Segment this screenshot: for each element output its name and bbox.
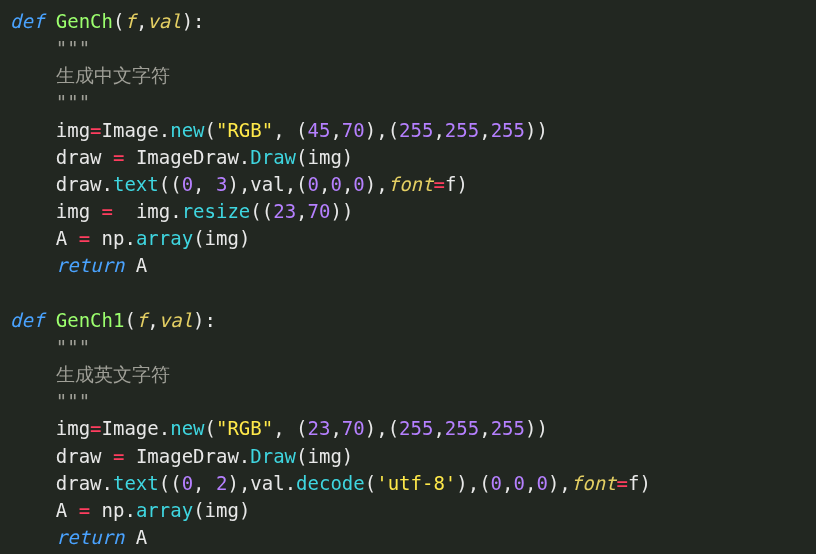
docstring: 生成中文字符 xyxy=(56,64,170,86)
param: f xyxy=(124,10,135,32)
keyword-def: def xyxy=(10,10,44,32)
docstring-quote: """ xyxy=(56,37,90,59)
docstring-quote: """ xyxy=(56,91,90,113)
param: val xyxy=(159,309,193,331)
docstring: 生成英文字符 xyxy=(56,363,170,385)
docstring-quote: """ xyxy=(56,390,90,412)
code-editor: def GenCh(f,val): """ 生成中文字符 """ img=Ima… xyxy=(0,0,816,554)
param: f xyxy=(136,309,147,331)
docstring-quote: """ xyxy=(56,336,90,358)
keyword-return: return xyxy=(56,254,125,276)
func-name: GenCh1 xyxy=(56,309,125,331)
param: val xyxy=(147,10,181,32)
func-name: GenCh xyxy=(56,10,113,32)
keyword-def: def xyxy=(10,309,44,331)
keyword-return: return xyxy=(56,526,125,548)
